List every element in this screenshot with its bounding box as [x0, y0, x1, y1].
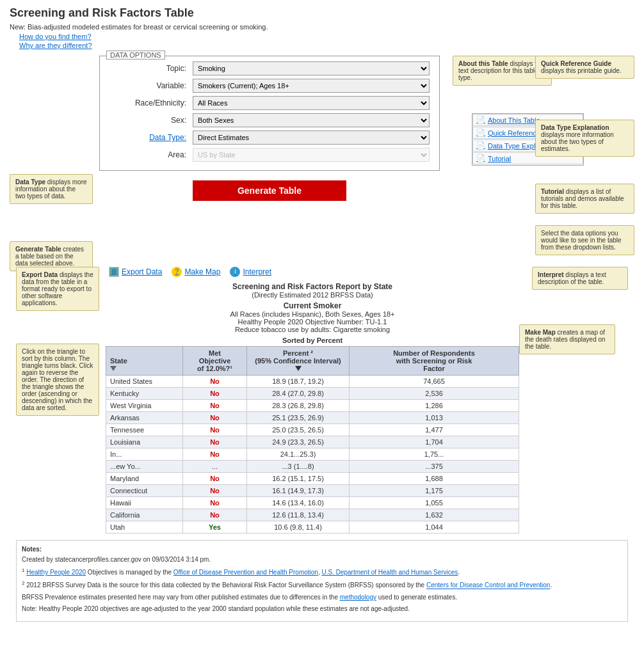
cell-met: No: [183, 473, 247, 485]
link-why-different[interactable]: Why are they different?: [19, 42, 634, 49]
cell-state: Arkansas: [106, 412, 183, 424]
cell-state: California: [106, 509, 183, 521]
cell-met: No: [183, 388, 247, 400]
table-row: Tennessee No 25.0 (23.5, 26.5) 1,477: [106, 424, 519, 436]
nav-about-icon: 📄: [476, 116, 485, 124]
cell-percent: 14.6 (13.4, 16.0): [247, 497, 350, 509]
odphp-link[interactable]: Office of Disease Prevention and Health …: [173, 569, 318, 576]
variable-select[interactable]: Smokers (Current); Ages 18+: [193, 79, 430, 93]
cell-met: No: [183, 436, 247, 448]
cell-number: 1,477: [350, 424, 519, 436]
cell-percent: 28.4 (27.0, 29.8): [247, 388, 350, 400]
col-percent[interactable]: Percent ²(95% Confidence Interval): [247, 347, 350, 376]
cell-percent: 16.2 (15.1, 17.5): [247, 473, 350, 485]
cell-percent: 24.1...25.3): [247, 448, 350, 461]
table-row: Louisiana No 24.9 (23.3, 26.5) 1,704: [106, 436, 519, 448]
cell-met: Yes: [183, 521, 247, 534]
cell-number: 1,044: [350, 521, 519, 534]
cell-state: West Virginia: [106, 400, 183, 412]
cell-percent: ...3 (1....8): [247, 461, 350, 473]
datatype-label[interactable]: Data Type:: [109, 133, 193, 142]
cell-percent: 28.3 (26.8, 29.8): [247, 400, 350, 412]
cell-percent: 24.9 (23.3, 26.5): [247, 436, 350, 448]
cell-state: Utah: [106, 521, 183, 534]
topic-label: Topic:: [109, 64, 193, 73]
topic-select[interactable]: Smoking: [193, 61, 430, 75]
col-met[interactable]: MetObjectiveof 12.0%?¹: [183, 347, 247, 376]
export-icon: ⊞: [109, 267, 119, 277]
interpret-icon: i: [230, 267, 240, 277]
area-select[interactable]: US by State: [193, 148, 430, 162]
race-select[interactable]: All Races: [193, 96, 430, 110]
cell-percent: 16.1 (14.9, 17.3): [247, 485, 350, 497]
cell-number: 1,286: [350, 400, 519, 412]
sex-label: Sex:: [109, 116, 193, 125]
hhs-link[interactable]: U.S. Department of Health and Human Serv…: [321, 569, 458, 576]
tooltip-export: Export Data displays the data from the t…: [16, 267, 99, 311]
cell-number: 1,75...: [350, 448, 519, 461]
cdc-link[interactable]: Centers for Disease Control and Preventi…: [426, 582, 550, 589]
cell-met: No: [183, 412, 247, 424]
cell-state: United States: [106, 376, 183, 388]
cell-state: Louisiana: [106, 436, 183, 448]
cell-met: No: [183, 400, 247, 412]
table-row: In... No 24.1...25.3) 1,75...: [106, 448, 519, 461]
cell-state: Tennessee: [106, 424, 183, 436]
cell-percent: 25.1 (23.5, 26.9): [247, 412, 350, 424]
tooltip-sort: Click on the triangle to sort by this co…: [16, 344, 99, 416]
sorted-label: Sorted by Percent: [106, 336, 519, 344]
nav-tutorial-icon: 📄: [476, 154, 485, 162]
methodology-link[interactable]: methodology: [340, 594, 376, 601]
tooltip-datatype: Data Type displays more information abou…: [10, 174, 93, 204]
note3: BRFSS Prevalence estimates presented her…: [22, 593, 622, 602]
cell-met: No: [183, 448, 247, 461]
table-header-info: Screening and Risk Factors Report by Sta…: [106, 282, 519, 333]
cell-state: Maryland: [106, 473, 183, 485]
cell-met: No: [183, 376, 247, 388]
page-title: Screening and Risk Factors Table: [10, 6, 634, 20]
cell-percent: 18.9 (18.7, 19.2): [247, 376, 350, 388]
tooltip-makemap: Make Map creates a map of the death rate…: [519, 324, 615, 354]
nav-quickref-icon: 📄: [476, 129, 485, 137]
cell-number: 1,175: [350, 485, 519, 497]
cell-state: In...: [106, 448, 183, 461]
table-row: Maryland No 16.2 (15.1, 17.5) 1,688: [106, 473, 519, 485]
export-data-button[interactable]: ⊞ Export Data: [109, 267, 162, 277]
col-respondents[interactable]: Number of Respondentswith Screening or R…: [350, 347, 519, 376]
cell-met: No: [183, 509, 247, 521]
generate-table-button[interactable]: Generate Table: [193, 180, 346, 201]
tooltip-datatype-exp: Data Type Explanation displays more info…: [535, 120, 634, 157]
cell-state: Connecticut: [106, 485, 183, 497]
cell-percent: 25.0 (23.5, 26.5): [247, 424, 350, 436]
page-subtitle: New: Bias-adjusted modeled estimates for…: [10, 23, 634, 31]
sex-select[interactable]: Both Sexes: [193, 113, 430, 127]
table-row: Kentucky No 28.4 (27.0, 29.8) 2,536: [106, 388, 519, 400]
table-row: Utah Yes 10.6 (9.8, 11.4) 1,044: [106, 521, 519, 534]
area-label: Area:: [109, 150, 193, 159]
table-toolbar: ⊞ Export Data ? Make Map i Interpret: [106, 267, 519, 277]
note4: Note: Healthy People 2020 objectives are…: [22, 605, 622, 613]
interpret-button[interactable]: i Interpret: [230, 267, 271, 277]
race-label: Race/Ethnicity:: [109, 99, 193, 107]
cell-number: 74,665: [350, 376, 519, 388]
cell-met: No: [183, 497, 247, 509]
link-how-find[interactable]: How do you find them?: [19, 33, 634, 40]
tooltip-select-data: Select the data options you would like t…: [535, 225, 634, 255]
tooltip-tutorial: Tutorial displays a list of tutorials an…: [535, 184, 634, 214]
make-map-button[interactable]: ? Make Map: [172, 267, 220, 277]
cell-number: 1,688: [350, 473, 519, 485]
cell-met: No: [183, 424, 247, 436]
table-row: California No 12.6 (11.8, 13.4) 1,632: [106, 509, 519, 521]
col-state[interactable]: State: [106, 347, 183, 376]
table-row: West Virginia No 28.3 (26.8, 29.8) 1,286: [106, 400, 519, 412]
data-table: State MetObjectiveof 12.0%?¹ Percent ²(9…: [106, 346, 519, 534]
datatype-select[interactable]: Direct Estimates: [193, 131, 430, 145]
cell-met: No: [183, 485, 247, 497]
cell-number: 2,536: [350, 388, 519, 400]
table-row: Connecticut No 16.1 (14.9, 17.3) 1,175: [106, 485, 519, 497]
nav-datatype-icon: 📄: [476, 141, 485, 150]
tooltip-quick-ref: Quick Reference Guide displays this prin…: [535, 56, 634, 79]
cell-state: Hawaii: [106, 497, 183, 509]
hp2020-link[interactable]: Healthy People 2020: [26, 569, 86, 576]
table-row: United States No 18.9 (18.7, 19.2) 74,66…: [106, 376, 519, 388]
